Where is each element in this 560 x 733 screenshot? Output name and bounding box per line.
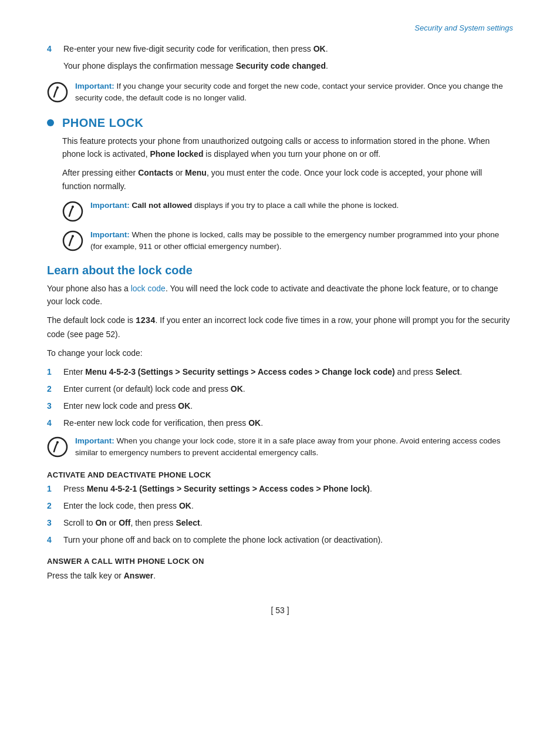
activate-step-3: 3 Scroll to On or Off, then press Select… bbox=[47, 517, 513, 529]
step-2-text: Enter current (or default) lock code and… bbox=[63, 383, 513, 395]
activate-step-4-num: 4 bbox=[47, 534, 63, 546]
svg-point-2 bbox=[63, 202, 82, 221]
page-header: Security and System settings bbox=[47, 23, 513, 32]
phone-lock-title: PHONE LOCK bbox=[62, 116, 143, 130]
page-footer: [ 53 ] bbox=[47, 606, 513, 615]
important-icon-4 bbox=[47, 436, 68, 458]
activate-title: ACTIVATE AND DEACTIVATE PHONE LOCK bbox=[47, 470, 513, 479]
important-block-1: Important: If you change your security c… bbox=[47, 80, 513, 105]
learn-lock-para1: Your phone also has a lock code. You wil… bbox=[47, 282, 513, 308]
important-icon-2 bbox=[62, 201, 83, 222]
important-text-3: Important: When the phone is locked, cal… bbox=[90, 229, 513, 253]
step-4-text: Re-enter your new five-digit security co… bbox=[63, 43, 513, 55]
step-4-num-2: 4 bbox=[47, 417, 63, 429]
important-icon-3 bbox=[62, 230, 83, 251]
activate-step-2-num: 2 bbox=[47, 500, 63, 512]
answer-title: ANSWER A CALL WITH PHONE LOCK ON bbox=[47, 557, 513, 566]
important-block-4: Important: When you change your lock cod… bbox=[47, 435, 513, 459]
step-3-text: Enter new lock code and press OK. bbox=[63, 400, 513, 412]
learn-lock-section: Learn about the lock code Your phone als… bbox=[47, 264, 513, 459]
lock-code-link: lock code bbox=[131, 284, 166, 293]
learn-lock-title: Learn about the lock code bbox=[47, 264, 513, 277]
important-text-2: Important: Call not allowed displays if … bbox=[90, 200, 399, 211]
important-icon-1 bbox=[47, 82, 68, 103]
activate-step-2-text: Enter the lock code, then press OK. bbox=[63, 500, 513, 512]
phone-lock-header: PHONE LOCK bbox=[47, 116, 513, 130]
important-text-1: Important: If you change your security c… bbox=[75, 80, 513, 105]
important-block-2: Important: Call not allowed displays if … bbox=[62, 200, 513, 222]
answer-section: ANSWER A CALL WITH PHONE LOCK ON Press t… bbox=[47, 557, 513, 582]
step-1-text: Enter Menu 4-5-2-3 (Settings > Security … bbox=[63, 366, 513, 378]
learn-lock-step-4: 4 Re-enter new lock code for verificatio… bbox=[47, 417, 513, 429]
svg-point-1 bbox=[56, 86, 59, 89]
svg-point-0 bbox=[48, 83, 67, 102]
activate-step-3-num: 3 bbox=[47, 517, 63, 529]
learn-lock-step-2: 2 Enter current (or default) lock code a… bbox=[47, 383, 513, 395]
activate-step-2: 2 Enter the lock code, then press OK. bbox=[47, 500, 513, 512]
important-text-4: Important: When you change your lock cod… bbox=[75, 435, 513, 459]
phone-lock-para1: This feature protects your phone from un… bbox=[62, 135, 513, 161]
activate-step-4-text: Turn your phone off and back on to compl… bbox=[63, 534, 513, 546]
activate-step-1-text: Press Menu 4-5-2-1 (Settings > Security … bbox=[63, 483, 513, 495]
bullet-dot bbox=[47, 119, 54, 126]
learn-lock-para3: To change your lock code: bbox=[47, 347, 513, 359]
step-4-text-2: Re-enter new lock code for verification,… bbox=[63, 417, 513, 429]
learn-lock-step-3: 3 Enter new lock code and press OK. bbox=[47, 400, 513, 412]
activate-step-3-text: Scroll to On or Off, then press Select. bbox=[63, 517, 513, 529]
activate-step-4: 4 Turn your phone off and back on to com… bbox=[47, 534, 513, 546]
svg-point-6 bbox=[48, 438, 67, 456]
page-number: [ 53 ] bbox=[271, 606, 289, 615]
phone-lock-body: This feature protects your phone from un… bbox=[62, 135, 513, 193]
step-2-num: 2 bbox=[47, 383, 63, 395]
step-3-num: 3 bbox=[47, 400, 63, 412]
svg-point-5 bbox=[72, 235, 74, 237]
activate-step-1: 1 Press Menu 4-5-2-1 (Settings > Securit… bbox=[47, 483, 513, 495]
header-title: Security and System settings bbox=[414, 23, 513, 32]
learn-lock-step-1: 1 Enter Menu 4-5-2-3 (Settings > Securit… bbox=[47, 366, 513, 378]
svg-point-4 bbox=[63, 231, 82, 250]
svg-point-3 bbox=[72, 206, 74, 208]
phone-lock-para2: After pressing either Contacts or Menu, … bbox=[62, 166, 513, 193]
important-block-3: Important: When the phone is locked, cal… bbox=[62, 229, 513, 253]
step-1-num: 1 bbox=[47, 366, 63, 378]
step-4-num: 4 bbox=[47, 43, 63, 55]
svg-point-7 bbox=[56, 441, 59, 443]
activate-section: ACTIVATE AND DEACTIVATE PHONE LOCK 1 Pre… bbox=[47, 470, 513, 546]
intro-step-4: 4 Re-enter your new five-digit security … bbox=[47, 43, 513, 55]
confirm-line: Your phone displays the confirmation mes… bbox=[63, 60, 513, 72]
activate-step-1-num: 1 bbox=[47, 483, 63, 495]
learn-lock-para2: The default lock code is 1234. If you en… bbox=[47, 314, 513, 341]
answer-body: Press the talk key or Answer. bbox=[47, 569, 513, 582]
